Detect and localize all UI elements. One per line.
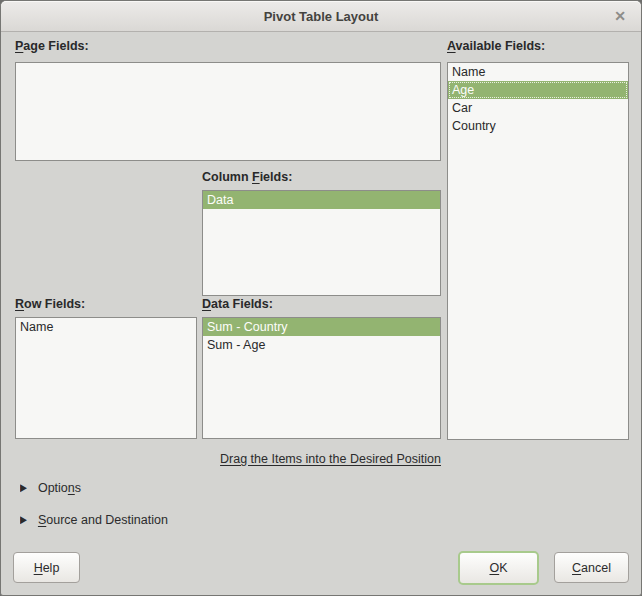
data-fields-label: Data Fields: [202, 297, 273, 311]
options-expander[interactable]: ▶ Options [20, 481, 81, 495]
row-fields-label: Row Fields: [15, 297, 85, 311]
column-fields-label: Column Fields: [202, 170, 292, 184]
drag-hint-text: Drag the Items into the Desired Position [220, 452, 441, 466]
list-item[interactable]: Age [448, 81, 628, 99]
expander-arrow-icon: ▶ [20, 514, 27, 526]
list-item[interactable]: Sum - Country [203, 318, 440, 336]
options-expander-label: Options [38, 481, 81, 495]
list-item[interactable]: Name [16, 318, 196, 336]
available-fields-label: Available Fields: [447, 39, 545, 53]
column-fields-list[interactable]: Data [202, 190, 441, 296]
title-bar[interactable]: Pivot Table Layout ✕ [1, 1, 641, 32]
list-item[interactable]: Sum - Age [203, 336, 440, 354]
ok-button[interactable]: OK [458, 551, 539, 585]
source-and-destination-expander[interactable]: ▶ Source and Destination [20, 513, 168, 527]
row-fields-list[interactable]: Name [15, 317, 197, 439]
available-fields-list[interactable]: NameAgeCarCountry [447, 62, 629, 440]
expander-arrow-icon: ▶ [20, 482, 27, 494]
page-fields-label: Page Fields: [15, 39, 89, 53]
close-icon[interactable]: ✕ [614, 9, 626, 23]
help-button[interactable]: Help [13, 552, 80, 583]
data-fields-list[interactable]: Sum - CountrySum - Age [202, 317, 441, 439]
cancel-button[interactable]: Cancel [554, 552, 629, 583]
list-item[interactable]: Car [448, 99, 628, 117]
list-item[interactable]: Country [448, 117, 628, 135]
source-and-destination-expander-label: Source and Destination [38, 513, 168, 527]
list-item[interactable]: Data [203, 191, 440, 209]
window-title: Pivot Table Layout [264, 9, 379, 24]
pivot-table-layout-dialog: Pivot Table Layout ✕ Page Fields: Availa… [0, 0, 642, 596]
list-item[interactable]: Name [448, 63, 628, 81]
page-fields-list[interactable] [15, 62, 441, 161]
